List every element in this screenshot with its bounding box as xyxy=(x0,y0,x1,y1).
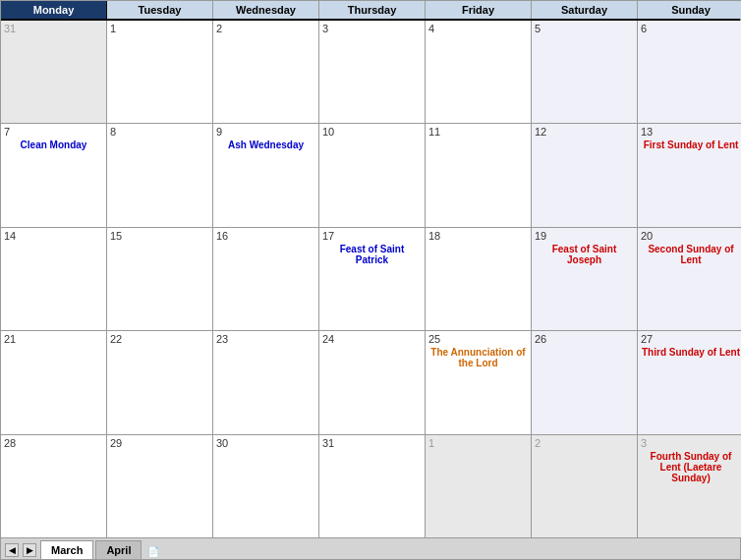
day-cell-2-1: 15 xyxy=(107,228,213,330)
next-nav-button[interactable]: ▶ xyxy=(23,543,36,557)
week-row-4: 2122232425The Annunciation of the Lord26… xyxy=(1,331,740,434)
day-cell-0-2: 2 xyxy=(213,21,319,123)
header-day-monday: Monday xyxy=(1,1,107,19)
header-day-tuesday: Tuesday xyxy=(107,1,213,19)
day-number: 9 xyxy=(216,126,315,138)
tab-april[interactable]: April xyxy=(95,540,142,559)
day-number: 3 xyxy=(641,437,741,449)
day-number: 30 xyxy=(216,437,315,449)
day-number: 14 xyxy=(4,230,103,242)
day-number: 12 xyxy=(535,126,634,138)
day-cell-3-0: 21 xyxy=(1,331,107,433)
day-cell-3-1: 22 xyxy=(107,331,213,433)
day-number: 11 xyxy=(428,126,528,138)
day-number: 2 xyxy=(535,437,634,449)
day-cell-0-4: 4 xyxy=(426,21,532,123)
day-cell-4-6: 3Fourth Sunday of Lent (Laetare Sunday) xyxy=(638,435,741,537)
day-cell-0-1: 1 xyxy=(107,21,213,123)
day-number: 23 xyxy=(216,333,315,345)
calendar-header: MondayTuesdayWednesdayThursdayFridaySatu… xyxy=(1,1,740,21)
day-number: 15 xyxy=(110,230,209,242)
day-number: 25 xyxy=(428,333,528,345)
day-cell-0-0: 31 xyxy=(1,21,107,123)
day-cell-0-3: 3 xyxy=(319,21,426,123)
day-number: 27 xyxy=(641,333,741,345)
day-cell-3-2: 23 xyxy=(213,331,319,433)
day-number: 1 xyxy=(428,437,528,449)
day-number: 16 xyxy=(216,230,315,242)
event-label: Feast of Saint Joseph xyxy=(535,244,634,265)
day-number: 22 xyxy=(110,333,209,345)
header-day-sunday: Sunday xyxy=(638,1,741,19)
day-cell-4-2: 30 xyxy=(213,435,319,537)
day-cell-3-3: 24 xyxy=(319,331,426,433)
scroll-indicator: 📄 xyxy=(147,546,159,557)
day-number: 21 xyxy=(4,333,103,345)
day-number: 8 xyxy=(110,126,209,138)
day-number: 7 xyxy=(4,126,103,138)
event-label: First Sunday of Lent xyxy=(641,140,741,150)
event-label: The Annunciation of the Lord xyxy=(428,347,528,368)
day-cell-2-2: 16 xyxy=(213,228,319,330)
day-cell-1-0: 7Clean Monday xyxy=(1,124,107,226)
day-cell-2-3: 17Feast of Saint Patrick xyxy=(319,228,426,330)
day-number: 24 xyxy=(322,333,422,345)
day-number: 29 xyxy=(110,437,209,449)
day-cell-1-4: 11 xyxy=(426,124,532,226)
header-day-wednesday: Wednesday xyxy=(213,1,319,19)
day-cell-1-3: 10 xyxy=(319,124,426,226)
event-label: Fourth Sunday of Lent (Laetare Sunday) xyxy=(641,451,741,483)
day-cell-4-1: 29 xyxy=(107,435,213,537)
day-cell-4-5: 2 xyxy=(532,435,638,537)
day-number: 2 xyxy=(216,23,315,34)
week-row-5: 28293031123Fourth Sunday of Lent (Laetar… xyxy=(1,435,740,537)
tab-march[interactable]: March xyxy=(40,540,93,559)
event-label: Third Sunday of Lent xyxy=(641,347,741,358)
calendar-body: 311234567Clean Monday89Ash Wednesday1011… xyxy=(1,21,740,537)
day-number: 13 xyxy=(641,126,741,138)
event-label: Clean Monday xyxy=(4,140,103,150)
header-day-saturday: Saturday xyxy=(532,1,638,19)
day-cell-3-5: 26 xyxy=(532,331,638,433)
day-number: 6 xyxy=(641,23,741,34)
day-cell-0-5: 5 xyxy=(532,21,638,123)
header-day-thursday: Thursday xyxy=(319,1,426,19)
day-cell-4-3: 31 xyxy=(319,435,426,537)
day-cell-4-4: 1 xyxy=(426,435,532,537)
day-cell-1-5: 12 xyxy=(532,124,638,226)
day-cell-2-4: 18 xyxy=(426,228,532,330)
tab-bar: ◀ ▶ March April 📄 xyxy=(1,537,740,559)
day-number: 20 xyxy=(641,230,741,242)
day-cell-1-1: 8 xyxy=(107,124,213,226)
calendar: MondayTuesdayWednesdayThursdayFridaySatu… xyxy=(0,0,741,560)
day-number: 31 xyxy=(4,23,103,34)
day-cell-1-2: 9Ash Wednesday xyxy=(213,124,319,226)
day-number: 31 xyxy=(322,437,422,449)
day-cell-1-6: 13First Sunday of Lent xyxy=(638,124,741,226)
day-number: 4 xyxy=(428,23,528,34)
day-cell-3-6: 27Third Sunday of Lent xyxy=(638,331,741,433)
day-cell-4-0: 28 xyxy=(1,435,107,537)
week-row-2: 7Clean Monday89Ash Wednesday10111213Firs… xyxy=(1,124,740,227)
day-number: 18 xyxy=(428,230,528,242)
day-cell-2-6: 20Second Sunday of Lent xyxy=(638,228,741,330)
week-row-3: 14151617Feast of Saint Patrick1819Feast … xyxy=(1,228,740,331)
day-number: 26 xyxy=(535,333,634,345)
header-day-friday: Friday xyxy=(426,1,532,19)
prev-nav-button[interactable]: ◀ xyxy=(5,543,19,557)
day-number: 19 xyxy=(535,230,634,242)
day-number: 5 xyxy=(535,23,634,34)
day-cell-3-4: 25The Annunciation of the Lord xyxy=(426,331,532,433)
day-cell-0-6: 6 xyxy=(638,21,741,123)
event-label: Feast of Saint Patrick xyxy=(322,244,422,265)
day-cell-2-5: 19Feast of Saint Joseph xyxy=(532,228,638,330)
event-label: Second Sunday of Lent xyxy=(641,244,741,265)
day-number: 10 xyxy=(322,126,422,138)
week-row-1: 31123456 xyxy=(1,21,740,124)
day-cell-2-0: 14 xyxy=(1,228,107,330)
day-number: 1 xyxy=(110,23,209,34)
day-number: 28 xyxy=(4,437,103,449)
day-number: 3 xyxy=(322,23,422,34)
event-label: Ash Wednesday xyxy=(216,140,315,150)
day-number: 17 xyxy=(322,230,422,242)
